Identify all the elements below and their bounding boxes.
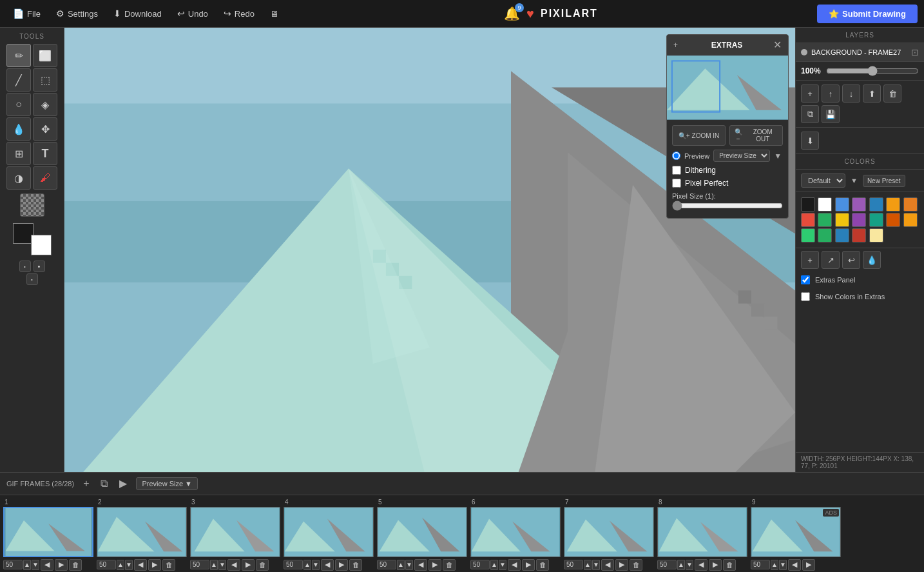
dithering-checkbox[interactable] xyxy=(672,166,681,175)
extras-preview[interactable] xyxy=(667,55,788,120)
frame-next-4[interactable]: ▶ xyxy=(335,559,348,571)
frame-delay-up-9[interactable]: ▲ xyxy=(771,560,778,570)
frame-next-8[interactable]: ▶ xyxy=(709,559,722,571)
file-button[interactable]: 📄 File xyxy=(6,5,47,22)
color-swatch-white[interactable] xyxy=(818,197,832,212)
select-tool[interactable]: ⬚ xyxy=(33,68,57,92)
frame-delete-2[interactable]: 🗑 xyxy=(162,559,175,571)
undo-button[interactable]: ↩ Undo xyxy=(171,5,215,22)
color-swatch-green[interactable] xyxy=(818,213,832,227)
extras-panel-checkbox[interactable] xyxy=(801,275,810,284)
frame-delay-down-3[interactable]: ▼ xyxy=(218,560,226,570)
darken-tool[interactable]: ◑ xyxy=(6,166,31,190)
duplicate-layer-button[interactable]: ⧉ xyxy=(801,105,819,123)
circle-tool[interactable]: ○ xyxy=(6,93,31,116)
show-colors-checkbox[interactable] xyxy=(801,292,810,301)
copy-frame-button[interactable]: ⧉ xyxy=(98,477,110,491)
frame-delay-input-5[interactable] xyxy=(377,560,396,569)
frame-delay-input-8[interactable] xyxy=(657,560,677,569)
frame-delay-down-6[interactable]: ▼ xyxy=(499,560,506,570)
stamp-tool[interactable]: ⊞ xyxy=(6,142,31,165)
frame-delete-1[interactable]: 🗑 xyxy=(69,559,82,571)
frame-next-3[interactable]: ▶ xyxy=(242,559,255,571)
delete-layer-button[interactable]: 🗑 xyxy=(883,84,901,103)
frame-delete-4[interactable]: 🗑 xyxy=(349,559,362,571)
play-button[interactable]: ▶ xyxy=(117,476,130,491)
frame-delay-up-4[interactable]: ▲ xyxy=(303,560,311,570)
pixel-size-slider[interactable] xyxy=(672,201,783,211)
frame-next-2[interactable]: ▶ xyxy=(148,559,161,571)
color-swatch-teal[interactable] xyxy=(869,213,883,227)
move-layer-down-button[interactable]: ↓ xyxy=(842,84,860,103)
frame-prev-1[interactable]: ◀ xyxy=(41,559,53,571)
layer-lock-icon[interactable]: ⊡ xyxy=(911,47,919,57)
brush-tool[interactable]: 🖌 xyxy=(33,166,57,190)
frame-next-6[interactable]: ▶ xyxy=(522,559,535,571)
frame-delete-6[interactable]: 🗑 xyxy=(536,559,549,571)
frame-delay-down-2[interactable]: ▼ xyxy=(125,560,133,570)
color-swatch-royalblue[interactable] xyxy=(835,228,849,242)
frame-prev-9[interactable]: ◀ xyxy=(788,559,801,571)
palette-select[interactable]: Default xyxy=(801,173,845,188)
frame-delete-8[interactable]: 🗑 xyxy=(723,559,736,571)
frame-next-7[interactable]: ▶ xyxy=(615,559,628,571)
color-swatch-crimson[interactable] xyxy=(852,228,866,242)
canvas-area[interactable]: + EXTRAS ✕ 🔍+ ZOOM IN xyxy=(64,28,795,472)
frame-delay-down-8[interactable]: ▼ xyxy=(686,560,693,570)
submit-drawing-button[interactable]: ⭐ Submit Drawing xyxy=(817,5,918,23)
extras-close-button[interactable]: ✕ xyxy=(773,39,782,51)
settings-button[interactable]: ⚙ Settings xyxy=(50,5,104,22)
zoom-slider[interactable] xyxy=(826,66,919,76)
frame-delay-down-9[interactable]: ▼ xyxy=(779,560,787,570)
frame-prev-6[interactable]: ◀ xyxy=(508,559,521,571)
small-dot-tool[interactable]: • xyxy=(19,261,31,272)
new-preset-button[interactable]: New Preset xyxy=(863,175,905,187)
frame-thumb-6[interactable] xyxy=(470,507,561,557)
color-swatch-green2[interactable] xyxy=(818,228,832,242)
dropper-color-button[interactable]: 💧 xyxy=(863,251,881,269)
color-swatch-red[interactable] xyxy=(801,213,815,227)
frame-delay-input-1[interactable] xyxy=(3,560,23,569)
preview-size-button[interactable]: Preview Size ▼ xyxy=(136,477,197,490)
frame-delay-up-3[interactable]: ▲ xyxy=(210,560,218,570)
undo-color-button[interactable]: ↩ xyxy=(842,251,860,269)
text-tool[interactable]: T xyxy=(33,142,57,165)
frame-delete-3[interactable]: 🗑 xyxy=(256,559,269,571)
redo-button[interactable]: ↪ Redo xyxy=(217,5,261,22)
pencil-tool[interactable]: ✏ xyxy=(6,44,31,67)
frame-prev-8[interactable]: ◀ xyxy=(695,559,707,571)
medium-dot-tool[interactable]: • xyxy=(34,261,45,272)
add-color-button[interactable]: + xyxy=(801,251,819,269)
frame-prev-5[interactable]: ◀ xyxy=(414,559,427,571)
color-swatch-darkpurple[interactable] xyxy=(852,213,866,227)
frame-delay-down-1[interactable]: ▼ xyxy=(32,560,39,570)
preview-size-select[interactable]: Preview Size xyxy=(713,150,770,162)
frame-prev-4[interactable]: ◀ xyxy=(321,559,334,571)
zoom-out-button[interactable]: 🔍− ZOOM OUT xyxy=(729,125,783,146)
layer-action-import[interactable]: ⬇ xyxy=(801,132,819,150)
frame-delay-up-2[interactable]: ▲ xyxy=(117,560,124,570)
frame-thumb-5[interactable] xyxy=(377,507,467,557)
frame-delete-5[interactable]: 🗑 xyxy=(443,559,456,571)
save-layer-button[interactable]: 💾 xyxy=(822,105,840,123)
add-layer-button[interactable]: + xyxy=(801,84,819,103)
preview-radio[interactable] xyxy=(672,152,680,160)
frame-delay-down-7[interactable]: ▼ xyxy=(592,560,600,570)
color-swatch-purple[interactable] xyxy=(852,197,866,212)
share-color-button[interactable]: ↗ xyxy=(822,251,840,269)
notification-bell[interactable]: 🔔 9 xyxy=(504,6,520,21)
frame-thumb-2[interactable] xyxy=(97,507,187,557)
frame-delay-down-4[interactable]: ▼ xyxy=(312,560,320,570)
frame-delay-up-1[interactable]: ▲ xyxy=(23,560,31,570)
layer-visibility-dot[interactable] xyxy=(801,49,807,55)
background-color-swatch[interactable] xyxy=(31,235,52,255)
frame-delay-down-5[interactable]: ▼ xyxy=(405,560,413,570)
frame-prev-3[interactable]: ◀ xyxy=(227,559,240,571)
frame-delay-input-2[interactable] xyxy=(97,560,116,569)
frame-next-9[interactable]: ▶ xyxy=(802,559,815,571)
color-swatch-orange1[interactable] xyxy=(886,197,900,212)
large-dot-tool[interactable]: • xyxy=(26,273,38,285)
frame-prev-2[interactable]: ◀ xyxy=(134,559,147,571)
color-swatch-gold[interactable] xyxy=(903,213,918,227)
color-swatch-yellow[interactable] xyxy=(835,213,849,227)
